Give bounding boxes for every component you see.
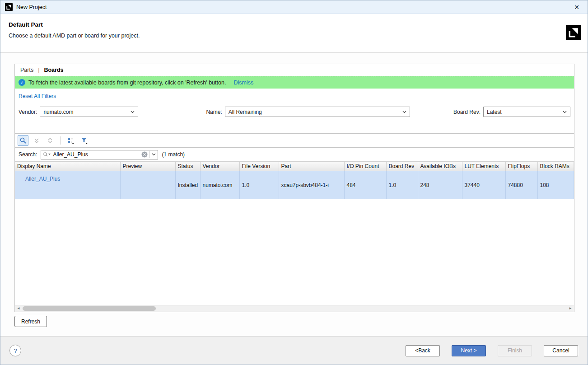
column-header-lut-elements[interactable]: LUT Elements bbox=[462, 162, 505, 171]
cancel-button[interactable]: Cancel bbox=[544, 345, 578, 356]
header-row: Display Name Preview Status Vendor File … bbox=[15, 162, 574, 171]
cell-part: xcau7p-sbvb484-1-i bbox=[279, 171, 344, 199]
search-icon bbox=[19, 137, 27, 144]
finish-accel: F bbox=[508, 347, 511, 354]
info-icon: i bbox=[19, 79, 25, 86]
window-title: New Project bbox=[16, 4, 47, 10]
page-title: Default Part bbox=[9, 21, 579, 28]
search-toggle-button[interactable] bbox=[18, 135, 28, 146]
column-header-flipflops[interactable]: FlipFlops bbox=[505, 162, 537, 171]
content-area: Parts | Boards i To fetch the latest ava… bbox=[0, 53, 588, 336]
expand-all-button[interactable] bbox=[45, 135, 56, 146]
dismiss-link[interactable]: Dismiss bbox=[233, 80, 253, 86]
clear-icon bbox=[141, 151, 148, 158]
scroll-left-button[interactable]: ◄ bbox=[15, 305, 22, 312]
column-header-file-version[interactable]: File Version bbox=[239, 162, 279, 171]
back-button[interactable]: < Back bbox=[406, 345, 440, 356]
horizontal-scrollbar: ◄ ► bbox=[15, 305, 574, 312]
finish-rest: inish bbox=[511, 347, 522, 354]
column-header-status[interactable]: Status bbox=[175, 162, 200, 171]
chevron-down-icon bbox=[563, 111, 567, 113]
vendor-value: numato.com bbox=[43, 109, 127, 115]
board-selection-panel: Parts | Boards i To fetch the latest ava… bbox=[14, 64, 574, 312]
help-button[interactable]: ? bbox=[9, 345, 21, 356]
table-row[interactable]: Aller_AU_Plus Installed numato.com 1.0 x… bbox=[15, 171, 574, 199]
back-prefix: < bbox=[415, 347, 418, 354]
filter-button[interactable] bbox=[79, 135, 89, 146]
board-rev-value: Latest bbox=[487, 109, 559, 115]
reset-filters-row: Reset All Filters bbox=[15, 89, 574, 101]
cell-status: Installed bbox=[175, 171, 200, 199]
name-label: Name: bbox=[206, 109, 222, 115]
column-header-board-rev[interactable]: Board Rev bbox=[386, 162, 418, 171]
footer-buttons: < Back Next > Finish Cancel bbox=[406, 345, 578, 356]
table-body: Aller_AU_Plus Installed numato.com 1.0 x… bbox=[15, 171, 574, 199]
wizard-header: Default Part Choose a default AMD part o… bbox=[0, 14, 588, 53]
group-columns-icon bbox=[67, 137, 75, 145]
column-header-display-name[interactable]: Display Name bbox=[15, 162, 120, 171]
table-header: Display Name Preview Status Vendor File … bbox=[15, 162, 574, 171]
board-rev-select[interactable]: Latest bbox=[483, 107, 570, 117]
close-button[interactable]: ✕ bbox=[570, 3, 583, 12]
table-toolbar bbox=[15, 133, 574, 148]
board-rev-group: Board Rev: Latest bbox=[453, 107, 570, 117]
filter-row: Vendor: numato.com Name: All Remaining B… bbox=[15, 101, 574, 117]
help-icon: ? bbox=[14, 347, 17, 354]
cell-file-version: 1.0 bbox=[239, 171, 279, 199]
name-value: All Remaining bbox=[229, 109, 399, 115]
amd-logo-icon bbox=[566, 25, 581, 40]
parts-boards-tabs: Parts | Boards bbox=[15, 64, 574, 76]
next-accel: N bbox=[461, 347, 465, 354]
footer-bar: ? < Back Next > Finish Cancel bbox=[0, 336, 588, 365]
column-header-vendor[interactable]: Vendor bbox=[200, 162, 239, 171]
cell-vendor: numato.com bbox=[200, 171, 239, 199]
banner-text: To fetch the latest available boards fro… bbox=[28, 80, 226, 86]
cell-board-rev: 1.0 bbox=[386, 171, 418, 199]
filter-funnel-icon bbox=[80, 137, 88, 145]
amd-logo bbox=[566, 25, 581, 40]
column-header-io-pin-count[interactable]: I/O Pin Count bbox=[344, 162, 386, 171]
new-project-dialog: New Project ✕ Default Part Choose a defa… bbox=[0, 0, 588, 365]
finish-button[interactable]: Finish bbox=[498, 345, 532, 356]
group-columns-button[interactable] bbox=[65, 135, 76, 146]
scrollbar-thumb[interactable] bbox=[23, 306, 156, 311]
collapse-all-icon bbox=[33, 137, 40, 144]
search-label: Search: bbox=[19, 151, 37, 158]
vivado-app-icon bbox=[5, 3, 13, 11]
board-name-link[interactable]: Aller_AU_Plus bbox=[25, 176, 60, 182]
refresh-button[interactable]: Refresh bbox=[14, 316, 47, 327]
name-select[interactable]: All Remaining bbox=[225, 107, 410, 117]
titlebar: New Project ✕ bbox=[0, 0, 588, 14]
cell-display-name: Aller_AU_Plus bbox=[15, 171, 120, 199]
cell-block-rams: 108 bbox=[537, 171, 574, 199]
search-icon bbox=[43, 152, 51, 157]
cell-lut-elements: 37440 bbox=[462, 171, 505, 199]
collapse-all-button[interactable] bbox=[31, 135, 42, 146]
search-row: Search: bbox=[15, 148, 574, 161]
next-rest: ext > bbox=[465, 347, 476, 354]
match-count: (1 match) bbox=[162, 151, 185, 158]
chevron-down-icon[interactable] bbox=[152, 153, 156, 156]
search-box bbox=[41, 150, 158, 159]
cell-preview bbox=[120, 171, 175, 199]
cell-io-pin-count: 484 bbox=[344, 171, 386, 199]
scroll-right-button[interactable]: ► bbox=[567, 305, 574, 312]
tab-parts[interactable]: Parts bbox=[20, 67, 33, 73]
expand-all-icon bbox=[47, 137, 54, 144]
column-header-preview[interactable]: Preview bbox=[120, 162, 175, 171]
reset-all-filters-link[interactable]: Reset All Filters bbox=[19, 93, 56, 99]
board-table-area: Display Name Preview Status Vendor File … bbox=[15, 161, 574, 305]
column-header-block-rams[interactable]: Block RAMs bbox=[537, 162, 574, 171]
search-label-accel: S bbox=[19, 151, 22, 158]
cell-flipflops: 74880 bbox=[505, 171, 537, 199]
next-button[interactable]: Next > bbox=[452, 345, 486, 356]
search-label-rest: earch: bbox=[22, 151, 37, 158]
search-box-divider bbox=[149, 151, 150, 158]
column-header-available-iobs[interactable]: Available IOBs bbox=[418, 162, 462, 171]
column-header-part[interactable]: Part bbox=[279, 162, 344, 171]
clear-search-button[interactable] bbox=[141, 151, 148, 158]
vendor-select[interactable]: numato.com bbox=[40, 107, 138, 117]
tab-boards[interactable]: Boards bbox=[44, 67, 63, 73]
vendor-label: Vendor: bbox=[19, 109, 37, 115]
search-input[interactable] bbox=[53, 151, 140, 158]
